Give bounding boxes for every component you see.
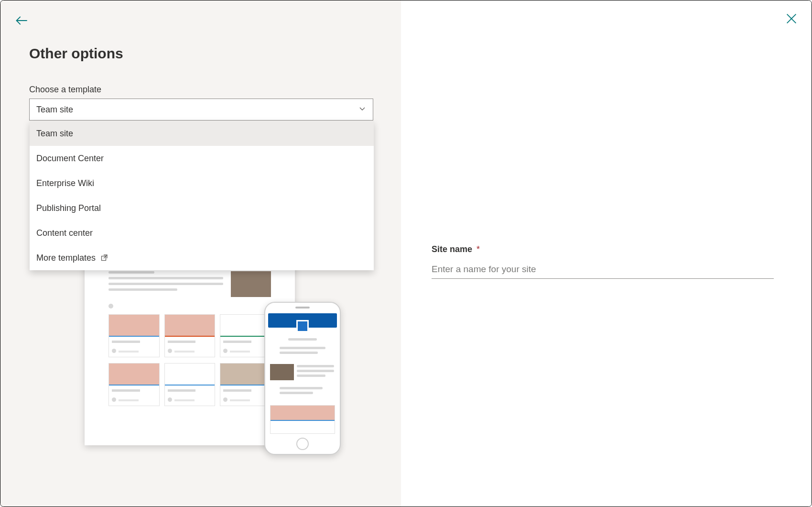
close-button[interactable] <box>785 12 798 25</box>
dropdown-item-label: More templates <box>36 253 96 263</box>
site-name-label: Site name * <box>432 244 774 254</box>
template-dropdown-list: Team site Document Center Enterprise Wik… <box>30 121 374 270</box>
chevron-down-icon <box>358 105 366 115</box>
required-asterisk: * <box>476 244 480 254</box>
back-button[interactable] <box>15 14 28 27</box>
site-name-label-text: Site name <box>432 244 472 254</box>
dropdown-item-label: Publishing Portal <box>36 203 101 213</box>
dropdown-item-publishing-portal[interactable]: Publishing Portal <box>30 196 374 220</box>
open-new-window-icon <box>100 254 108 262</box>
page-title: Other options <box>29 45 372 62</box>
dropdown-item-more-templates[interactable]: More templates <box>30 245 374 270</box>
dropdown-item-team-site[interactable]: Team site <box>30 121 374 146</box>
template-selected-value: Team site <box>36 105 73 115</box>
preview-phone-mock <box>264 302 341 455</box>
template-label: Choose a template <box>29 85 372 95</box>
site-name-input[interactable] <box>432 261 774 279</box>
dropdown-item-document-center[interactable]: Document Center <box>30 146 374 171</box>
dropdown-item-label: Team site <box>36 129 73 139</box>
dropdown-item-label: Enterprise Wiki <box>36 178 94 188</box>
arrow-left-icon <box>15 14 28 27</box>
dropdown-item-content-center[interactable]: Content center <box>30 220 374 245</box>
template-field: Choose a template Team site Team site Do… <box>29 85 372 121</box>
dropdown-item-enterprise-wiki[interactable]: Enterprise Wiki <box>30 171 374 196</box>
site-name-field: Site name * <box>432 244 774 279</box>
left-panel: Other options Choose a template Team sit… <box>0 0 401 507</box>
right-panel: Site name * <box>401 0 812 507</box>
dropdown-item-label: Content center <box>36 228 93 238</box>
close-icon <box>785 12 798 25</box>
dropdown-item-label: Document Center <box>36 154 104 164</box>
svg-line-2 <box>104 255 107 258</box>
template-dropdown[interactable]: Team site Team site Document Center Ente… <box>29 99 373 121</box>
